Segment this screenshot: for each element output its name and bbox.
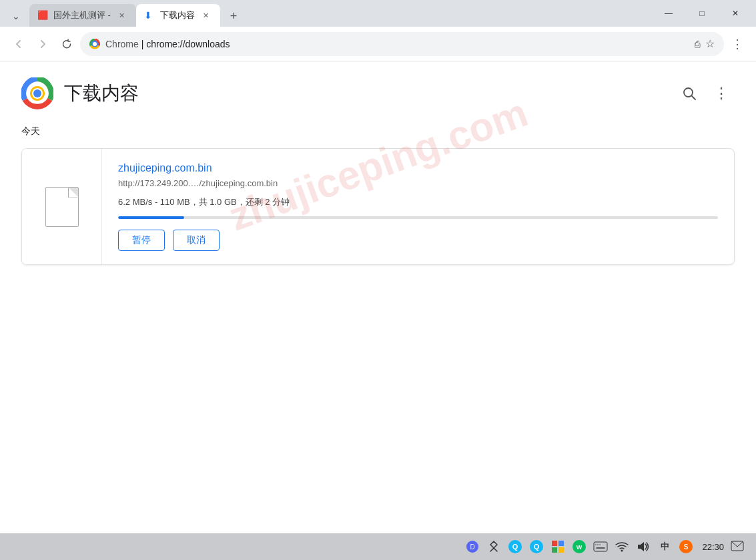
taskbar: D Q Q W 中 S 22:30 [0, 533, 756, 560]
svg-marker-27 [638, 542, 644, 551]
tab-close-2[interactable]: ✕ [200, 9, 212, 21]
tab-active-downloads[interactable]: ⬇ 下载内容 ✕ [136, 4, 220, 27]
chrome-logo [21, 77, 53, 109]
taskbar-bluetooth-icon[interactable] [486, 539, 502, 555]
bookmark-icon[interactable]: ☆ [705, 37, 715, 50]
close-button[interactable]: ✕ [720, 3, 751, 24]
download-actions: 暂停 取消 [118, 230, 718, 251]
tab-favicon-1: 🟥 [37, 10, 48, 21]
download-details: zhujiceping.com.bin http://173.249.200.…… [102, 149, 734, 264]
page-menu-button[interactable]: ⋮ [708, 80, 735, 107]
taskbar-sogou-icon[interactable]: S [678, 539, 694, 555]
taskbar-wifi-icon[interactable] [614, 539, 630, 555]
svg-rect-21 [594, 542, 607, 551]
svg-rect-16 [558, 541, 564, 546]
maximize-button[interactable]: □ [687, 3, 717, 24]
tab-title-2: 下载内容 [160, 9, 195, 21]
svg-text:Q: Q [534, 543, 540, 551]
taskbar-discord-icon[interactable]: D [464, 539, 480, 555]
svg-line-8 [692, 96, 696, 100]
taskbar-colorful-icon[interactable] [550, 539, 566, 555]
svg-rect-17 [552, 547, 557, 553]
cancel-button[interactable]: 取消 [173, 230, 220, 251]
page-title: 下载内容 [64, 81, 139, 106]
address-text: Chrome | chrome://downloads [105, 39, 689, 49]
back-button[interactable] [8, 33, 29, 55]
taskbar-lang-icon[interactable]: 中 [657, 539, 673, 555]
taskbar-qq2-icon[interactable]: Q [528, 539, 544, 555]
file-icon [45, 187, 79, 227]
download-item: zhujiceping.com.bin http://173.249.200.…… [21, 148, 735, 265]
taskbar-notification-icon[interactable] [729, 539, 745, 555]
page-content: zhujiceping.com 下载内容 [0, 61, 756, 533]
svg-text:S: S [684, 543, 689, 551]
svg-rect-15 [552, 541, 557, 546]
search-button[interactable] [676, 80, 703, 107]
browser-menu-button[interactable]: ⋮ [727, 33, 748, 55]
header-actions: ⋮ [676, 80, 735, 107]
download-icon-area [22, 149, 102, 264]
address-favicon [89, 39, 100, 49]
pause-button[interactable]: 暂停 [118, 230, 165, 251]
minimize-button[interactable]: — [653, 3, 684, 24]
download-url: http://173.249.200.…/zhujiceping.com.bin [118, 178, 718, 188]
svg-point-6 [33, 89, 41, 97]
svg-text:Q: Q [512, 543, 518, 551]
taskbar-keyboard-icon[interactable] [593, 539, 609, 555]
taskbar-time: 22:30 [702, 542, 724, 552]
tab-strip: ⌄ 🟥 国外主机测评 - ✕ ⬇ 下载内容 ✕ + [5, 0, 653, 27]
tab-close-1[interactable]: ✕ [116, 9, 128, 21]
new-tab-button[interactable]: + [223, 5, 244, 27]
toolbar-actions: ⋮ [727, 33, 748, 55]
forward-button[interactable] [32, 33, 53, 55]
download-status: 6.2 MB/s - 110 MB，共 1.0 GB，还剩 2 分钟 [118, 196, 718, 208]
title-bar: ⌄ 🟥 国外主机测评 - ✕ ⬇ 下载内容 ✕ + — □ ✕ [0, 0, 756, 27]
window-controls: — □ ✕ [653, 3, 751, 24]
svg-point-26 [621, 550, 623, 552]
browser-toolbar: Chrome | chrome://downloads ⎙ ☆ ⋮ [0, 27, 756, 61]
section-today: 今天 [0, 120, 756, 143]
svg-rect-18 [558, 547, 564, 553]
progress-bar-fill [118, 216, 184, 219]
downloads-header: 下载内容 ⋮ [0, 61, 756, 120]
tab-favicon-2: ⬇ [144, 10, 155, 21]
taskbar-wechat-icon[interactable]: W [571, 539, 587, 555]
taskbar-volume-icon[interactable] [635, 539, 651, 555]
tab-list-chevron[interactable]: ⌄ [5, 5, 27, 27]
svg-text:D: D [470, 543, 475, 551]
progress-bar-track [118, 216, 718, 219]
reload-button[interactable] [56, 33, 77, 55]
tab-title-1: 国外主机测评 - [53, 9, 111, 21]
share-icon[interactable]: ⎙ [695, 39, 700, 49]
taskbar-qq1-icon[interactable]: Q [507, 539, 523, 555]
tab-inactive-1[interactable]: 🟥 国外主机测评 - ✕ [29, 4, 136, 27]
address-bar[interactable]: Chrome | chrome://downloads ⎙ ☆ [80, 32, 724, 56]
download-filename[interactable]: zhujiceping.com.bin [118, 162, 718, 174]
svg-text:W: W [577, 544, 583, 551]
svg-point-2 [93, 42, 97, 45]
